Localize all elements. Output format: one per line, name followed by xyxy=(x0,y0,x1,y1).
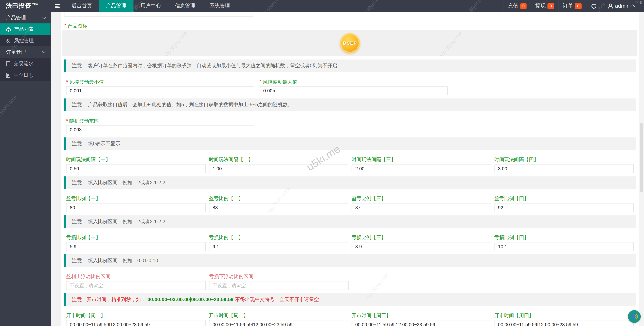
vertical-scrollbar[interactable] xyxy=(639,12,644,326)
open-wed-input[interactable] xyxy=(352,320,491,326)
field-label-profit-ratio-3: 盈亏比例【三】 xyxy=(352,196,491,202)
withdraw-label: 提现 xyxy=(535,2,546,9)
field-label-loss-ratio-1: 亏损比例【一】 xyxy=(66,235,206,240)
float-down-input[interactable] xyxy=(209,281,349,290)
form-card: *产品图标 DCEP 注意： 客户订单在条件范围内时，会根据订单的涨或跌，自动减… xyxy=(61,12,639,326)
product-edit-form: *产品图标 DCEP 注意： 客户订单在条件范围内时，会根据订单的涨或跌，自动减… xyxy=(61,12,639,326)
notice-ratio-small: 注意： 填入比例区间，例如：0.01-0.10 xyxy=(64,254,636,267)
time-gap-2-input[interactable] xyxy=(209,164,348,173)
required-asterisk: * xyxy=(64,22,66,28)
username: admin xyxy=(615,3,630,9)
loss-ratio-1-input[interactable] xyxy=(66,242,206,251)
field-label-float-down: 亏损下浮动比例区间 xyxy=(209,274,349,279)
scrollbar-thumb[interactable] xyxy=(640,123,643,192)
notice-api-offset: 注意： 产品获取接口值后，会加上+-此处的值。如5，则在接口获取的数据中加上-5… xyxy=(64,98,636,111)
main-area: *产品图标 DCEP 注意： 客户订单在条件范围内时，会根据订单的涨或跌，自动减… xyxy=(50,12,644,326)
sidebar-item-label: 产品列表 xyxy=(14,26,34,33)
field-label-loss-ratio-2: 亏损比例【二】 xyxy=(209,235,348,240)
corner-watermark: 正版 xyxy=(635,0,642,6)
top-partial-input[interactable] xyxy=(64,12,253,17)
sidebar-item-trade-flow[interactable]: 交易流水 xyxy=(0,58,50,69)
divider xyxy=(63,19,256,19)
sidebar-item-label: 风控管理 xyxy=(14,37,34,44)
field-label-time-gap-4: 时间玩法间隔【四】 xyxy=(494,157,634,162)
field-label-vol-min: *风控波动最小值 xyxy=(66,79,254,84)
brand-name: 法巴投资 xyxy=(6,2,31,10)
sidebar-item-close-log[interactable]: 平仓日志 xyxy=(0,69,50,81)
random-range-input[interactable] xyxy=(66,125,254,134)
open-tue-input[interactable] xyxy=(209,320,348,326)
recharge-label: 充值 xyxy=(508,2,518,9)
vol-max-input[interactable] xyxy=(260,86,448,95)
brand-version: TP6 xyxy=(32,3,38,6)
user-icon xyxy=(608,3,613,9)
nav-item-system[interactable]: 系统管理 xyxy=(202,0,237,12)
file-icon xyxy=(6,72,10,78)
sidebar-group-products[interactable]: 产品管理 xyxy=(0,12,50,23)
field-label-vol-max: *风控波动最大值 xyxy=(260,79,448,84)
field-label-time-gap-2: 时间玩法间隔【二】 xyxy=(209,157,348,162)
notice-risk-range: 注意： 客户订单在条件范围内时，会根据订单的涨或跌，自动减或加最小值与最大值之间… xyxy=(64,59,636,72)
sidebar-group-orders[interactable]: 订单管理 xyxy=(0,46,50,58)
product-coin-image: DCEP xyxy=(340,33,360,53)
recharge-stat[interactable]: 充值 0 xyxy=(504,0,531,12)
field-label-float-up: 盈利上浮动比例区间 xyxy=(66,274,206,279)
nav-item-products[interactable]: 产品管理 xyxy=(99,0,134,12)
profit-ratio-4-input[interactable] xyxy=(494,203,634,212)
profit-ratio-2-input[interactable] xyxy=(209,203,348,212)
sidebar-item-product-list[interactable]: 产品列表 xyxy=(0,23,50,35)
orders-label: 订单 xyxy=(563,2,573,9)
float-up-input[interactable] xyxy=(66,281,206,290)
layers-icon xyxy=(6,26,11,32)
chevron-down-icon xyxy=(42,15,46,19)
field-label-time-gap-1: 时间玩法间隔【一】 xyxy=(66,157,206,162)
field-label-open-tue: 开市时间【周二】 xyxy=(209,313,348,318)
open-thu-input[interactable] xyxy=(494,320,634,326)
app-viewport: 法巴投资TP6 后台首页 产品管理 用户中心 信息管理 系统管理 充值 0 提现… xyxy=(0,0,644,326)
orders-badge: 0 xyxy=(575,3,582,9)
field-label-open-wed: 开市时间【周三】 xyxy=(352,313,491,318)
time-gap-4-input[interactable] xyxy=(494,164,634,173)
gear-icon xyxy=(6,38,11,43)
profit-ratio-3-input[interactable] xyxy=(352,203,491,212)
field-label-loss-ratio-4: 亏损比例【四】 xyxy=(494,235,634,240)
file-icon xyxy=(6,61,10,66)
field-label-product-icon: *产品图标 xyxy=(64,22,638,28)
sidebar: 产品管理 产品列表 风控管理 订单管理 交易流水 平仓日志 xyxy=(0,12,50,326)
collapse-menu-icon[interactable] xyxy=(50,0,64,12)
notice-open-time: 注意：开市时间，精准到秒，如：00:00:00~03:00:00|08:00:0… xyxy=(64,293,636,306)
navbar-right: 充值 0 提现 0 订单 0 admin xyxy=(504,0,641,12)
notice-zero-hidden: 注意： 填0表示不显示 xyxy=(64,137,636,150)
field-label-profit-ratio-1: 盈亏比例【一】 xyxy=(66,196,206,202)
withdraw-badge: 0 xyxy=(548,3,554,9)
refresh-icon[interactable] xyxy=(586,0,602,12)
field-label-time-gap-3: 时间玩法间隔【三】 xyxy=(352,157,491,162)
open-mon-input[interactable] xyxy=(66,320,206,326)
loss-ratio-2-input[interactable] xyxy=(209,242,348,251)
sidebar-item-risk-control[interactable]: 风控管理 xyxy=(0,35,50,46)
speaker-icon xyxy=(630,313,638,320)
brand-logo[interactable]: 法巴投资TP6 xyxy=(0,0,50,12)
time-gap-3-input[interactable] xyxy=(352,164,491,173)
top-navbar: 法巴投资TP6 后台首页 产品管理 用户中心 信息管理 系统管理 充值 0 提现… xyxy=(0,0,644,12)
field-label-profit-ratio-4: 盈亏比例【四】 xyxy=(494,196,634,202)
field-label-random-range: *随机波动范围 xyxy=(66,118,254,123)
nav-item-info[interactable]: 信息管理 xyxy=(168,0,202,12)
product-icon-upload-area[interactable]: DCEP xyxy=(62,30,638,56)
field-label-profit-ratio-2: 盈亏比例【二】 xyxy=(209,196,348,202)
chevron-down-icon xyxy=(42,49,46,53)
sidebar-item-label: 交易流水 xyxy=(14,60,33,67)
field-label-open-mon: 开市时间【周一】 xyxy=(66,313,206,318)
chevron-up-icon xyxy=(630,4,635,9)
sidebar-item-label: 平仓日志 xyxy=(14,72,33,79)
sound-toggle-button[interactable] xyxy=(628,310,641,323)
withdraw-stat[interactable]: 提现 0 xyxy=(531,0,558,12)
nav-item-users[interactable]: 用户中心 xyxy=(134,0,168,12)
vol-min-input[interactable] xyxy=(66,86,254,95)
time-gap-1-input[interactable] xyxy=(66,164,206,173)
loss-ratio-4-input[interactable] xyxy=(494,242,634,251)
nav-item-home[interactable]: 后台首页 xyxy=(64,0,99,12)
profit-ratio-1-input[interactable] xyxy=(66,203,206,212)
loss-ratio-3-input[interactable] xyxy=(352,242,491,251)
orders-stat[interactable]: 订单 0 xyxy=(558,0,586,12)
